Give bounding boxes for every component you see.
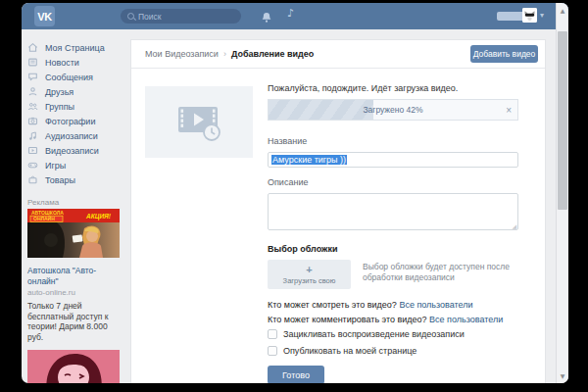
svg-text:АКЦИЯ!: АКЦИЯ!: [85, 213, 112, 220]
sidebar-item-photos[interactable]: Фотографии: [27, 114, 145, 128]
scrollbar-thumb[interactable]: [558, 31, 567, 210]
title-input[interactable]: Амурские тигры )): [268, 152, 518, 168]
sidebar-item-games[interactable]: Игры: [27, 158, 145, 172]
panel-body: Пожалуйста, подождите. Идёт загрузка вид…: [131, 69, 545, 383]
cancel-upload-icon[interactable]: ×: [506, 100, 512, 120]
ad-block[interactable]: АВТОШКОЛА ОНЛАЙН АКЦИЯ! Автошкола "Авто-…: [27, 209, 120, 383]
breadcrumb-current: Добавление видео: [231, 49, 314, 59]
sidebar-item-video[interactable]: Видеозаписи: [27, 143, 145, 158]
privacy-comment-row: Кто может комментировать это видео? Все …: [268, 315, 503, 324]
friends-icon: [27, 86, 38, 97]
groups-icon: [27, 101, 38, 112]
sidebar-item-friends[interactable]: Друзья: [27, 84, 145, 99]
ad-url: auto-online.ru: [27, 288, 120, 297]
cover-label: Выбор обложки: [268, 244, 337, 254]
messages-icon: [27, 72, 38, 82]
title-label: Название: [268, 136, 307, 146]
sidebar-item-my-page[interactable]: Моя Страница: [27, 40, 145, 55]
description-textarea[interactable]: ◢: [268, 193, 518, 230]
privacy-comment-select[interactable]: Все пользователи: [429, 315, 503, 324]
gamepad-icon: [27, 160, 38, 171]
sidebar: Моя Страница Новости Сообщения Друзья Гр…: [27, 40, 145, 383]
notifications-bell-icon[interactable]: [261, 10, 272, 22]
ads-header: Реклама: [27, 195, 145, 209]
sidebar-item-news[interactable]: Новости: [27, 55, 145, 70]
topbar: VK Поиск ♪ ▾: [22, 3, 568, 29]
breadcrumb-parent[interactable]: Мои Видеозаписи: [145, 49, 219, 59]
camera-icon: [27, 116, 38, 126]
sidebar-item-messages[interactable]: Сообщения: [27, 70, 145, 84]
add-video-button[interactable]: Добавить видео: [470, 45, 538, 63]
cover-hint: Выбор обложки будет доступен после обраб…: [363, 262, 521, 283]
screen: VK Поиск ♪ ▾ Моя Страница Новости: [0, 0, 588, 392]
news-icon: [27, 57, 38, 68]
upload-wait-text: Пожалуйста, подождите. Идёт загрузка вид…: [268, 83, 458, 93]
video-icon: [27, 145, 38, 156]
privacy-view-row: Кто может смотреть это видео? Все пользо…: [268, 300, 473, 310]
music-icon[interactable]: ♪: [287, 7, 294, 20]
description-label: Описание: [268, 177, 308, 187]
scrollbar-down-icon[interactable]: ▼: [557, 372, 568, 379]
ad-banner-image[interactable]: АВТОШКОЛА ОНЛАЙН АКЦИЯ!: [27, 209, 120, 258]
search-placeholder: Поиск: [138, 12, 162, 22]
sidebar-item-groups[interactable]: Группы: [27, 99, 145, 114]
svg-text:ОНЛАЙН: ОНЛАЙН: [33, 215, 55, 221]
bag-icon: [27, 174, 38, 185]
svg-text:АВТОШКОЛА: АВТОШКОЛА: [31, 210, 64, 216]
scrollbar-up-icon[interactable]: ▲: [557, 7, 568, 14]
publish-on-page-row: Опубликовать на моей странице: [268, 346, 416, 356]
home-icon: [27, 42, 38, 53]
loop-playback-row: Зацикливать воспроизведение видеозаписи: [268, 329, 465, 339]
panel-header: Мои Видеозаписи › Добавление видео Добав…: [131, 40, 545, 69]
sidebar-item-goods[interactable]: Товары: [27, 172, 145, 187]
film-processing-icon: [175, 103, 222, 142]
cover-upload-button[interactable]: + Загрузить свою: [268, 260, 351, 289]
sidebar-item-audio[interactable]: Аудиозаписи: [27, 128, 145, 143]
upload-progress-bar: Загружено 42% ×: [268, 99, 518, 121]
content-panel: Мои Видеозаписи › Добавление видео Добав…: [130, 39, 546, 383]
search-input[interactable]: Поиск: [121, 9, 241, 24]
music-note-icon: [27, 130, 38, 141]
resize-handle-icon[interactable]: ◢: [512, 222, 516, 229]
search-icon: [127, 13, 134, 20]
breadcrumb-separator: ›: [223, 49, 226, 59]
ad-text: Только 7 дней бесплатный доступ к теории…: [27, 301, 120, 342]
scrollbar[interactable]: ▲ ▼: [556, 3, 568, 383]
video-thumbnail-placeholder: [145, 86, 253, 158]
user-menu-chevron-icon[interactable]: ▾: [540, 11, 544, 20]
ad-image-2[interactable]: [27, 350, 120, 383]
plus-icon: +: [306, 265, 312, 274]
privacy-view-select[interactable]: Все пользователи: [399, 300, 472, 310]
loop-playback-checkbox[interactable]: [268, 329, 277, 339]
submit-button[interactable]: Готово: [268, 366, 324, 383]
publish-on-page-checkbox[interactable]: [268, 346, 277, 356]
progress-label: Загружено 42%: [269, 100, 517, 120]
avatar[interactable]: [522, 8, 537, 23]
title-input-selected-text: Амурские тигры )): [271, 155, 347, 165]
vk-logo[interactable]: VK: [34, 6, 55, 26]
browser-window: VK Поиск ♪ ▾ Моя Страница Новости: [22, 3, 568, 383]
ad-title-link[interactable]: Автошкола "Авто-онлайн": [27, 266, 120, 286]
